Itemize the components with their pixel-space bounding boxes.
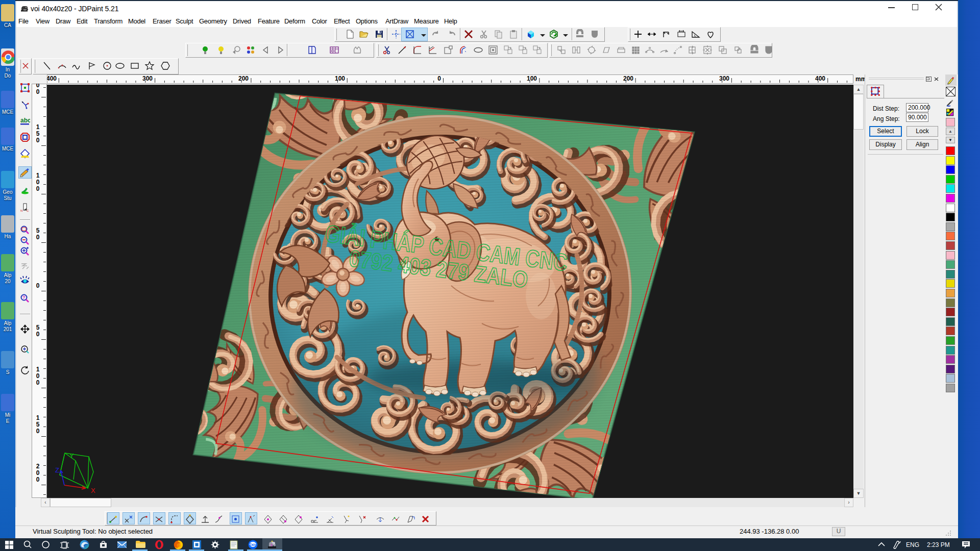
svg-text:0: 0 [36,469,40,477]
svg-text:0: 0 [36,234,40,241]
svg-text:Y: Y [69,452,74,460]
svg-text:0: 0 [36,476,40,483]
svg-text:0: 0 [36,137,40,144]
svg-text:200: 200 [238,75,249,82]
svg-text:2: 2 [36,463,40,470]
svg-text:5: 5 [36,421,40,428]
svg-text:100: 100 [335,75,345,82]
svg-text:0: 0 [36,185,40,192]
svg-text:200: 200 [623,75,633,82]
svg-text:5: 5 [36,227,40,234]
svg-text:5: 5 [36,130,40,137]
svg-text:0: 0 [36,428,40,435]
svg-text:0: 0 [36,379,40,386]
svg-text:1: 1 [36,366,40,373]
svg-text:400: 400 [815,75,825,82]
svg-text:0: 0 [36,282,40,289]
svg-text:N: N [20,209,22,212]
svg-text:X: X [91,487,95,494]
svg-text:?: ? [22,295,26,300]
svg-text:300: 300 [719,75,729,82]
svg-text:0: 0 [36,179,40,186]
svg-text:5: 5 [36,324,40,331]
svg-text:0: 0 [36,372,40,380]
svg-text:300: 300 [142,75,153,82]
svg-text:1: 1 [36,123,40,131]
svg-text:100: 100 [527,75,537,82]
svg-text:Zalo: Zalo [250,543,256,546]
svg-text:C: C [27,209,29,212]
svg-text:0: 0 [36,88,40,95]
svg-text:400: 400 [47,75,57,82]
svg-text:1: 1 [36,414,40,421]
svg-text:Z: Z [55,466,59,474]
svg-text:0: 0 [437,75,441,82]
svg-text:1: 1 [36,172,40,179]
svg-text:0: 0 [36,331,40,338]
svg-text:abc: abc [20,117,30,124]
